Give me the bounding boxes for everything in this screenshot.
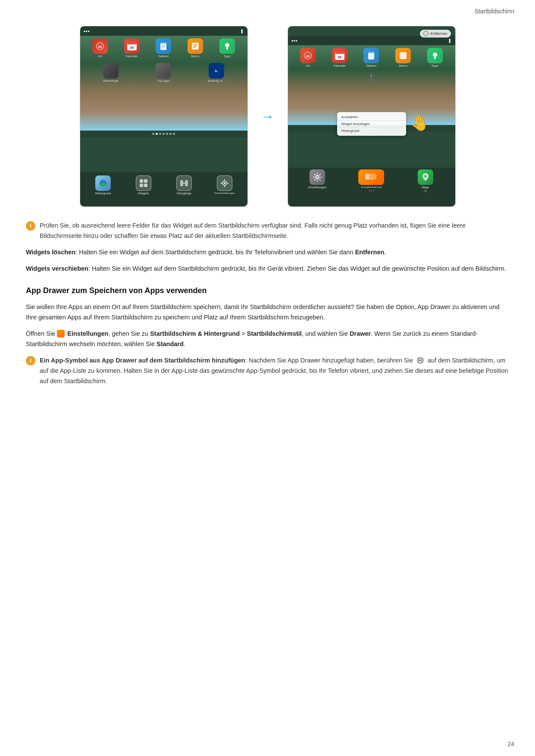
tipps-label: Tipps xyxy=(223,55,231,58)
instr-path1: Startbildschirm & Hintergrund xyxy=(150,330,240,337)
dock-starteinstellungen: Starteinstellungen xyxy=(212,175,237,194)
maps-sub: (5) xyxy=(424,190,427,192)
memo-app-icon xyxy=(188,38,203,54)
svg-rect-16 xyxy=(226,47,228,50)
entfernen-button[interactable]: − Entfernen xyxy=(420,30,451,37)
g5 xyxy=(420,360,421,361)
right-screenshot: − Entfernen ●●● ▌ 26 Uhr xyxy=(288,26,456,207)
svg-text:26: 26 xyxy=(338,55,341,59)
clock-label: Uhr xyxy=(98,55,103,58)
svg-text:▪▪▪: ▪▪▪ xyxy=(370,177,372,179)
grid-icon-span xyxy=(416,356,425,366)
app-row-1-left: 26 Uhr 26 Kalender Dateien xyxy=(80,36,247,59)
section-intro: Sie wollen Ihre Apps an einem Ort auf Ih… xyxy=(26,302,509,323)
svg-point-26 xyxy=(224,182,225,184)
topbar-right-icons: ▌ xyxy=(241,29,244,33)
energie-app-icon: ▪▪▪ xyxy=(358,169,384,185)
svg-text:26: 26 xyxy=(306,54,310,58)
page-dots-left xyxy=(80,131,247,137)
werkzeuge-label: Werkzeuge xyxy=(103,79,118,82)
instr-drawer: Drawer xyxy=(350,330,371,337)
info-text-2: Ein App-Symbol aus App Drawer auf dem St… xyxy=(40,356,509,387)
time-left: ●●● xyxy=(84,29,90,33)
app-clock-left: 26 Uhr xyxy=(88,38,113,58)
info-block-2: i Ein App-Symbol aus App Drawer auf dem … xyxy=(26,356,509,387)
instr-pre: Öffnen Sie xyxy=(26,330,57,337)
booking-label: Booking.co... xyxy=(208,79,225,82)
bottom-apps-row: Einstellungen ▪▪▪ Energiesteuerung 1 x 1… xyxy=(288,168,455,193)
dock-left: Hintergrund Widgets Übergänge xyxy=(80,172,247,206)
datei-app-icon xyxy=(156,38,171,54)
uebergaenge-icon xyxy=(176,175,192,191)
energie-sub: 1 x 1 xyxy=(369,189,374,192)
g3 xyxy=(421,358,422,359)
app-row-2-left: Werkzeuge Top Apps b. Booking.co... xyxy=(80,60,247,83)
instr-einstellungen: Einstellungen xyxy=(67,330,108,337)
instr-mid1: , gehen Sie zu xyxy=(108,330,150,337)
svg-point-40 xyxy=(433,53,437,57)
datei-label: Dateien xyxy=(158,55,169,58)
starteinstellungen-label: Starteinstellungen xyxy=(214,192,235,194)
section-heading: App Drawer zum Speichern von Apps verwen… xyxy=(26,284,509,297)
uebergaenge-label: Übergänge xyxy=(176,192,191,195)
app-tipps-left: Tipps xyxy=(215,38,240,58)
info-text-1: Prüfen Sie, ob ausreichend leere Felder … xyxy=(40,221,509,241)
context-menu-item-1: Auswählen xyxy=(337,114,406,121)
dock-row: Hintergrund Widgets Übergänge xyxy=(80,172,247,196)
app-datei-left: Dateien xyxy=(151,38,176,58)
page-header: Startbildschirm xyxy=(0,0,535,18)
hintergrund-label: Hintergrund xyxy=(95,192,111,195)
svg-rect-39 xyxy=(400,52,407,59)
app-memo-left: Memo xyxy=(183,38,208,58)
context-menu-item-2: Widget hinzufügen xyxy=(337,121,406,128)
info-icon-2: i xyxy=(26,356,35,366)
entfernen-bold: Entfernen xyxy=(355,249,385,256)
svg-text:26: 26 xyxy=(98,45,102,49)
instr-end: . xyxy=(184,341,185,347)
dot5 xyxy=(166,133,168,135)
g1 xyxy=(418,358,419,359)
svg-rect-23 xyxy=(180,180,183,186)
widgets-loeschen-text: : Halten Sie ein Widget auf dem Startbil… xyxy=(75,249,355,256)
upward-arrow: ↑ xyxy=(369,70,375,84)
info-block-1: i Prüfen Sie, ob ausreichend leere Felde… xyxy=(26,221,509,241)
dot4 xyxy=(163,133,165,135)
svg-point-15 xyxy=(225,43,229,47)
svg-rect-24 xyxy=(185,180,188,186)
svg-rect-20 xyxy=(144,179,147,183)
info2-text1: : Nachdem Sie App Drawer hinzugefügt hab… xyxy=(245,357,415,364)
memo-label: Memo xyxy=(191,55,199,58)
widgets-loeschen-para: Widgets löschen: Halten Sie ein Widget a… xyxy=(26,247,509,258)
g2 xyxy=(420,358,421,359)
maps-app-icon xyxy=(418,169,433,185)
einstellungen-app-icon xyxy=(310,169,325,185)
app-calendar-left: 26 Kalender xyxy=(119,38,144,58)
svg-rect-21 xyxy=(140,184,143,187)
app-maps-right: Maps (5) xyxy=(413,169,438,192)
svg-text:26: 26 xyxy=(130,46,134,50)
hintergrund-icon xyxy=(95,175,111,191)
dock-uebergaenge: Übergänge xyxy=(172,175,197,195)
grid-icon-inline xyxy=(417,357,424,364)
grid-icon-inner xyxy=(417,357,423,363)
g8 xyxy=(420,362,421,363)
dot2 xyxy=(156,133,158,135)
topapps-label: Top Apps xyxy=(157,79,170,82)
arrow-between: → xyxy=(261,109,275,125)
dot3 xyxy=(159,133,161,135)
einstellungen-label: Einstellungen xyxy=(308,186,326,189)
svg-rect-45 xyxy=(366,174,369,179)
g6 xyxy=(421,360,422,361)
svg-point-43 xyxy=(317,177,318,178)
content-area: i Prüfen Sie, ob ausreichend leere Felde… xyxy=(0,217,535,406)
maps-label: Maps xyxy=(422,186,429,189)
entfernen-icon: − xyxy=(423,31,429,36)
tipps-app-icon xyxy=(219,38,235,54)
calendar-app-icon: 26 xyxy=(124,38,140,54)
info-icon-1: i xyxy=(26,221,35,231)
context-menu-right: Auswählen Widget hinzufügen Hintergrund xyxy=(337,112,406,136)
phone-topbar-left: ●●● ▌ xyxy=(80,26,247,36)
dock-widgets: Widgets xyxy=(131,175,156,195)
topbar-left-icons: ●●● xyxy=(84,29,90,33)
dot6 xyxy=(169,133,172,135)
